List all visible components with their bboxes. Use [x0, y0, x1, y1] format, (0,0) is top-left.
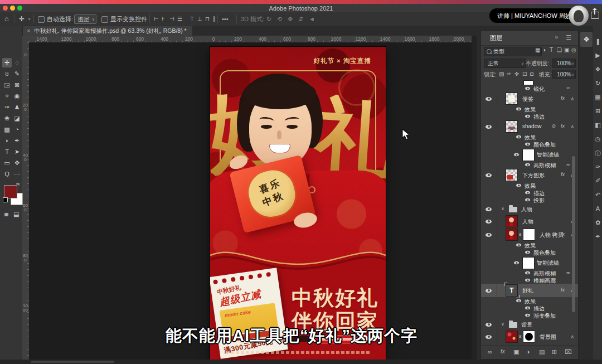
lock-position-icon[interactable]: ✜	[514, 71, 519, 77]
layer-effects-icon[interactable]: fx	[501, 348, 505, 355]
auto-select-checkbox[interactable]	[38, 16, 45, 23]
align-left-edges-icon[interactable]: ⊢	[154, 12, 159, 26]
auto-select-target-dropdown[interactable]: 图层	[74, 14, 96, 24]
object-selection-tool[interactable]: ✎	[12, 69, 22, 79]
type-tool[interactable]: T	[2, 147, 12, 157]
effect-visibility-eye-icon[interactable]	[525, 191, 530, 195]
canvas-area[interactable]: 好礼节 × 淘宝直播 好 礼 喜乐 中秋	[29, 42, 472, 360]
layer-sub-row[interactable]: 效果	[481, 297, 578, 304]
layer-visibility-eye-icon[interactable]	[486, 207, 492, 211]
foreground-color-swatch[interactable]	[4, 185, 17, 198]
layer-fx-badge[interactable]: fx	[561, 287, 565, 293]
layer-group-row[interactable]: ∨人物	[481, 203, 578, 215]
link-layers-icon[interactable]: ∞	[488, 348, 492, 355]
effect-visibility-eye-icon[interactable]	[516, 184, 521, 187]
zoom-tool[interactable]: Q	[2, 169, 12, 179]
effect-visibility-eye-icon[interactable]	[525, 314, 530, 317]
add-layer-mask-icon[interactable]: ▣	[513, 348, 519, 356]
distribute-horizontal-icon[interactable]: ☰	[177, 12, 182, 26]
panel-brush-settings-icon[interactable]: ✑	[593, 163, 602, 171]
layer-sub-row[interactable]: 高斯模糊≂	[481, 269, 578, 276]
pen-tool[interactable]: ✒	[12, 136, 22, 145]
blending-options-icon[interactable]: ≂	[566, 162, 570, 167]
layer-sub-row[interactable]: 效果	[481, 105, 578, 113]
layer-row[interactable]: 人物∧	[481, 215, 578, 228]
layer-visibility-eye-icon[interactable]	[486, 97, 492, 101]
align-top-edges-icon[interactable]: ⊤	[190, 12, 195, 26]
move-tool-options-icon[interactable]: ✛	[19, 12, 25, 26]
layer-sub-row[interactable]: 效果	[481, 133, 578, 140]
collapse-effects-chevron[interactable]: ∧	[570, 96, 574, 101]
eyedropper-tool[interactable]: ✧	[2, 91, 12, 101]
filter-toggle-icon[interactable]: ◎	[571, 47, 576, 53]
layer-row[interactable]: 便签fx∧	[481, 92, 578, 105]
lock-image-icon[interactable]: ✑	[507, 71, 511, 77]
show-transform-checkbox[interactable]	[101, 16, 108, 23]
panel-snapshot-icon[interactable]: ↶	[593, 191, 602, 198]
layer-sub-row[interactable]: 智能滤镜	[481, 256, 578, 269]
gradient-tool[interactable]: ▩	[2, 125, 12, 134]
layer-fx-badge[interactable]: fx	[561, 172, 565, 177]
effect-visibility-eye-icon[interactable]	[516, 244, 521, 247]
layer-sub-row[interactable]: 颜色叠加	[481, 249, 578, 256]
path-selection-tool[interactable]: ➤	[12, 147, 22, 157]
layer-sub-row[interactable]: 渐变叠加	[481, 312, 578, 319]
layer-filter-type-dropdown[interactable]: 类型 ∨	[484, 47, 542, 56]
filter-pixel-layers-icon[interactable]: ▦	[535, 47, 540, 53]
layer-fx-badge[interactable]: fx	[561, 123, 565, 129]
layer-sub-row[interactable]: 智能滤镜	[481, 148, 578, 161]
close-tab-icon[interactable]: ×	[27, 27, 30, 34]
effect-visibility-eye-icon[interactable]	[525, 279, 530, 282]
tool-preset-caret-icon[interactable]: ∨	[28, 12, 31, 26]
panel-brushes-icon[interactable]: ✐	[593, 177, 602, 185]
layer-sub-row[interactable]: 效果	[481, 241, 578, 249]
layer-row[interactable]: shadow⊘fx∧	[481, 120, 578, 133]
effect-visibility-eye-icon[interactable]	[525, 87, 530, 90]
shape-tool[interactable]: ▭	[2, 158, 12, 168]
panel-menu-icon[interactable]: ☰	[566, 34, 571, 41]
filter-shape-layers-icon[interactable]: ❏	[557, 47, 562, 53]
share-icon[interactable]	[591, 12, 599, 19]
layer-row[interactable]: 8人物 拷贝⊘fx∧	[481, 228, 578, 241]
layer-visibility-eye-icon[interactable]	[486, 173, 492, 177]
layer-sub-row[interactable]: 效果	[481, 182, 578, 189]
blend-mode-dropdown[interactable]: 正常	[484, 59, 526, 68]
document-tab[interactable]: ×中秋好礼. 伴你回家海报操作.psd @ 63.3% (好礼, RGB/8) …	[22, 26, 192, 36]
filter-smart-objects-icon[interactable]: ▣	[564, 47, 569, 53]
effect-visibility-eye-icon[interactable]	[525, 198, 530, 202]
panel-swatches-icon[interactable]: ❖	[593, 66, 602, 73]
layer-visibility-eye-icon[interactable]	[486, 125, 492, 129]
layer-visibility-eye-icon[interactable]	[486, 220, 492, 224]
layer-fx-badge[interactable]: fx	[561, 95, 565, 101]
adjustment-layer-icon[interactable]: ◑	[526, 348, 530, 355]
layer-fx-badge[interactable]: fx	[561, 231, 565, 237]
screen-mode-icon[interactable]: ⬓	[13, 211, 19, 218]
layer-sub-row[interactable]: 描边	[481, 304, 578, 312]
history-brush-tool[interactable]: ❀	[2, 114, 12, 123]
align-bottom-edges-icon[interactable]: ⊓	[205, 12, 210, 26]
panel-rotate-icon[interactable]: ↻	[593, 80, 602, 87]
quick-mask-mode-icon[interactable]: ◙	[4, 211, 8, 217]
layer-sub-row[interactable]	[481, 80, 578, 85]
effect-visibility-eye-icon[interactable]	[514, 153, 519, 156]
panel-channels-icon[interactable]: ▦	[593, 94, 602, 101]
blending-options-icon[interactable]: ≂	[566, 270, 570, 275]
group-caret-icon[interactable]: ∨	[501, 206, 504, 211]
panel-paragraph-icon[interactable]: ✿	[593, 219, 602, 226]
align-right-edges-icon[interactable]: ⊣	[169, 12, 174, 26]
crop-tool[interactable]: ◲	[2, 80, 12, 90]
layer-row[interactable]: 下方图形fx∧	[481, 168, 578, 182]
new-group-icon[interactable]: ▤	[539, 348, 545, 356]
effect-visibility-eye-icon[interactable]	[525, 115, 530, 118]
align-horizontal-centers-icon[interactable]: ⊦	[162, 12, 164, 26]
hand-tool[interactable]: ✥	[12, 158, 22, 168]
blur-tool[interactable]: ◔	[12, 125, 22, 134]
dodge-tool[interactable]: ◗	[2, 136, 12, 145]
effect-visibility-eye-icon[interactable]	[516, 299, 521, 303]
healing-brush-tool[interactable]: ◉	[12, 91, 22, 101]
layers-panel-tab[interactable]: 图层	[490, 34, 502, 42]
filter-adjustment-layers-icon[interactable]: ◑	[542, 47, 546, 53]
layer-row[interactable]: T好礼fx∧	[481, 284, 578, 297]
layer-sub-row[interactable]: 高斯模糊≂	[481, 161, 578, 168]
effect-visibility-eye-icon[interactable]	[525, 251, 530, 254]
